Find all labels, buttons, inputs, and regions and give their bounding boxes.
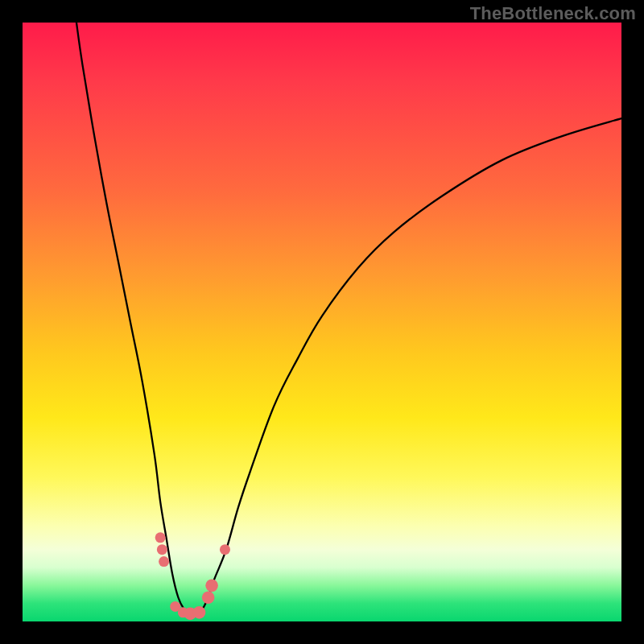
curve-markers	[155, 532, 230, 620]
curve-marker	[157, 544, 167, 555]
curve-marker	[202, 591, 215, 604]
chart-svg	[23, 23, 621, 621]
watermark-text: TheBottleneck.com	[470, 3, 636, 24]
curve-marker	[205, 580, 218, 592]
curve-marker	[220, 544, 230, 555]
curve-marker	[155, 532, 166, 543]
chart-plot-area	[23, 23, 621, 621]
curve-marker	[193, 606, 206, 619]
chart-frame: TheBottleneck.com	[0, 0, 644, 644]
bottleneck-curve	[76, 23, 621, 617]
curve-marker	[159, 556, 169, 567]
